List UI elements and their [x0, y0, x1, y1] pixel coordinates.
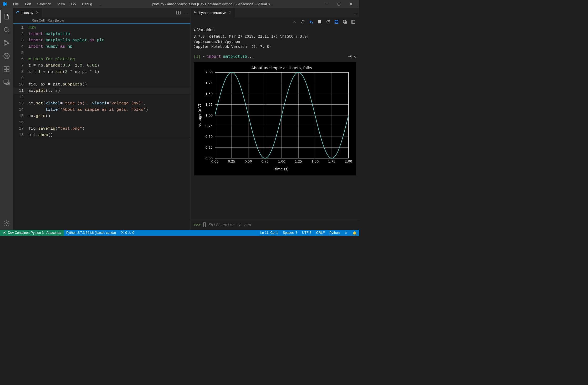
tabs-row-right: Python Interactive × ⋯ [191, 8, 359, 17]
menu-…[interactable]: … [96, 1, 104, 7]
close-button[interactable] [345, 0, 357, 8]
status-feedback-icon[interactable]: ☺ [342, 230, 350, 236]
svg-rect-24 [344, 21, 346, 23]
source-control-icon[interactable] [0, 36, 13, 49]
settings-gear-icon[interactable] [0, 217, 13, 230]
svg-rect-8 [4, 69, 6, 72]
code-editor[interactable]: 1#%%2import matplotlib3import matplotlib… [13, 24, 190, 138]
stop-icon[interactable] [316, 19, 323, 25]
repl-prompt: >>> [194, 222, 201, 227]
code-line[interactable]: 17fig.savefig("test.png") [13, 125, 190, 132]
tab-label: plots.py [22, 11, 33, 15]
code-line[interactable]: 11ax.plot(t, s) [13, 88, 190, 94]
tab-python-interactive[interactable]: Python Interactive × [191, 8, 235, 17]
code-line[interactable]: 10fig, ax = plt.subplots() [13, 81, 190, 88]
svg-point-4 [4, 44, 6, 45]
code-line[interactable]: 14 title='About as simple as it gets, fo… [13, 107, 190, 113]
svg-rect-20 [318, 20, 321, 23]
save-icon[interactable] [333, 19, 340, 25]
menu-selection[interactable]: Selection [34, 1, 54, 7]
svg-point-3 [4, 40, 6, 42]
code-line[interactable]: 5 [13, 50, 190, 56]
svg-rect-10 [7, 67, 9, 69]
code-line[interactable]: 7t = np.arange(0.0, 2.0, 0.01) [13, 62, 190, 69]
variables-header[interactable]: ▸ Variables [191, 26, 359, 33]
code-line[interactable]: 8s = 1 + np.sin(2 * np.pi * t) [13, 69, 190, 75]
window-title: plots.py - anacondacontainer [Dev Contai… [104, 2, 321, 6]
status-remote[interactable]: Dev Container: Python 3 - Anaconda [0, 230, 64, 236]
cell-index: [1] [194, 54, 201, 59]
status-cursor[interactable]: Ln 11, Col 1 [258, 230, 280, 236]
error-icon: ⓧ [121, 231, 124, 235]
more-actions-icon[interactable]: ⋯ [182, 8, 190, 17]
status-eol[interactable]: CRLF [314, 230, 327, 236]
code-line[interactable]: 13ax.set(xlabel='time (s)', ylabel='volt… [13, 100, 190, 107]
svg-text:time (s): time (s) [275, 167, 288, 171]
svg-text:1.50: 1.50 [205, 92, 213, 96]
menu-view[interactable]: View [55, 1, 68, 7]
tab-close-icon[interactable]: × [35, 10, 39, 15]
chevron-right-icon: ▸ [194, 27, 196, 32]
export-icon[interactable] [342, 19, 348, 25]
svg-rect-21 [336, 22, 337, 23]
editor-left: plots.py × ⋯ Run Cell | Run Below 1#%%2i… [13, 8, 191, 230]
remote-icon [3, 231, 6, 235]
menu-edit[interactable]: Edit [22, 1, 33, 7]
explorer-icon[interactable] [0, 10, 13, 23]
status-language[interactable]: Python [327, 230, 342, 236]
minimize-button[interactable] [321, 0, 333, 8]
svg-text:1.25: 1.25 [295, 159, 302, 163]
svg-text:0.25: 0.25 [205, 145, 213, 149]
svg-text:1.75: 1.75 [205, 81, 213, 85]
svg-text:1.25: 1.25 [205, 103, 213, 107]
cell-row[interactable]: [1] ▶ import matplotlib... ✕ [191, 53, 359, 60]
goto-icon[interactable] [348, 54, 352, 59]
code-line[interactable]: 6# Data for plotting [13, 56, 190, 62]
svg-rect-27 [196, 64, 354, 173]
svg-rect-9 [7, 69, 9, 72]
search-icon[interactable] [0, 23, 13, 36]
cell-close-icon[interactable]: ✕ [354, 54, 356, 59]
svg-text:1.50: 1.50 [311, 159, 319, 163]
titlebar: FileEditSelectionViewGoDebug… plots.py -… [0, 0, 359, 8]
tab-plots-py[interactable]: plots.py × [13, 8, 42, 17]
status-encoding[interactable]: UTF-8 [300, 230, 314, 236]
menu-file[interactable]: File [11, 1, 21, 7]
code-line[interactable]: 12 [13, 94, 190, 100]
codelens-run-cell[interactable]: Run Cell [32, 18, 45, 22]
split-editor-icon[interactable] [175, 8, 182, 17]
chevron-right-icon: ▶ [203, 55, 205, 58]
codelens-run-below[interactable]: Run Below [47, 18, 64, 22]
refresh-icon[interactable] [325, 19, 331, 25]
code-line[interactable]: 18plt.show() [13, 132, 190, 138]
code-line[interactable]: 4import numpy as np [13, 43, 190, 50]
debug-icon[interactable] [0, 49, 13, 63]
menu-go[interactable]: Go [69, 1, 78, 7]
extensions-icon[interactable] [0, 63, 13, 76]
status-bell-icon[interactable]: 🔔 [350, 230, 359, 236]
code-line[interactable]: 16 [13, 119, 190, 125]
code-line[interactable]: 9 [13, 75, 190, 81]
status-indent[interactable]: Spaces: 7 [280, 230, 300, 236]
code-line[interactable]: 1#%% [13, 24, 190, 31]
svg-text:0.75: 0.75 [205, 124, 213, 128]
code-line[interactable]: 15ax.grid() [13, 113, 190, 119]
maximize-button[interactable] [333, 0, 345, 8]
menu-debug[interactable]: Debug [79, 1, 95, 7]
interrupt-icon[interactable]: ✕ [291, 19, 298, 25]
svg-text:About as simple as it gets, fo: About as simple as it gets, folks [251, 65, 312, 70]
more-actions-icon[interactable]: ⋯ [351, 8, 359, 17]
expand-icon[interactable] [350, 19, 356, 25]
code-line[interactable]: 2import matplotlib [13, 31, 190, 37]
statusbar: Dev Container: Python 3 - Anaconda Pytho… [0, 230, 359, 236]
restart-icon[interactable] [300, 19, 306, 25]
tab-close-icon[interactable]: × [228, 10, 232, 15]
status-problems[interactable]: ⓧ0 ⚠0 [119, 230, 137, 236]
code-line[interactable]: 3import matplotlib.pyplot as plt [13, 37, 190, 43]
repl-input-row[interactable]: >>> Shift-enter to run [191, 220, 359, 230]
python-file-icon [16, 11, 20, 15]
repl-cursor [203, 222, 206, 227]
status-interpreter[interactable]: Python 3.7.3 64-bit ('base': conda) [64, 230, 119, 236]
undo-icon[interactable] [308, 19, 314, 25]
remote-explorer-icon[interactable] [0, 76, 13, 89]
